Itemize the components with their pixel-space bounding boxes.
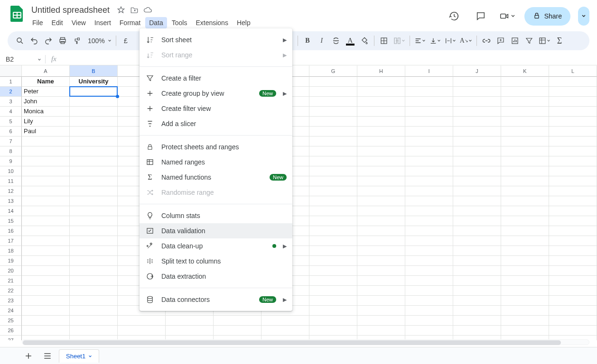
cell[interactable] <box>309 266 357 276</box>
cell[interactable] <box>70 107 118 117</box>
column-header[interactable]: K <box>501 65 549 77</box>
cell[interactable] <box>453 196 501 206</box>
cell[interactable] <box>309 236 357 246</box>
merge-button[interactable] <box>392 34 407 47</box>
cell[interactable] <box>357 87 405 97</box>
cell[interactable] <box>549 226 597 236</box>
cell[interactable] <box>405 136 453 146</box>
cell[interactable] <box>357 326 405 336</box>
cell[interactable]: Lily <box>22 117 70 127</box>
cell[interactable] <box>70 176 118 186</box>
cell[interactable] <box>70 196 118 206</box>
cell[interactable]: Monica <box>22 107 70 117</box>
cell[interactable] <box>405 276 453 286</box>
cell[interactable] <box>22 196 70 206</box>
cell[interactable] <box>309 256 357 266</box>
cell[interactable] <box>309 246 357 256</box>
cell[interactable] <box>357 316 405 326</box>
cell[interactable] <box>501 226 549 236</box>
row-header[interactable]: 25 <box>0 316 22 326</box>
cell[interactable] <box>549 136 597 146</box>
cell[interactable] <box>501 326 549 336</box>
cell[interactable] <box>357 186 405 196</box>
print-icon[interactable] <box>56 34 69 47</box>
cell[interactable] <box>405 306 453 316</box>
cell[interactable]: Name <box>22 77 70 87</box>
cell[interactable] <box>549 326 597 336</box>
cell[interactable] <box>70 186 118 196</box>
cell[interactable] <box>118 316 166 326</box>
cell[interactable] <box>405 176 453 186</box>
cell[interactable] <box>453 246 501 256</box>
cell[interactable] <box>261 316 309 326</box>
cell[interactable] <box>357 156 405 166</box>
table-view-button[interactable] <box>537 34 552 47</box>
cell[interactable] <box>501 186 549 196</box>
cell[interactable] <box>549 206 597 216</box>
menu-tools[interactable]: Tools <box>168 17 191 28</box>
cell[interactable] <box>70 276 118 286</box>
cell[interactable] <box>70 87 118 97</box>
share-button[interactable]: Share <box>524 7 570 26</box>
row-header[interactable]: 22 <box>0 286 22 296</box>
cell[interactable] <box>22 216 70 226</box>
cell[interactable] <box>453 256 501 266</box>
filter-button[interactable] <box>522 34 536 47</box>
cell[interactable] <box>405 246 453 256</box>
cell[interactable] <box>357 216 405 226</box>
cell[interactable] <box>309 196 357 206</box>
h-align-button[interactable] <box>413 34 427 47</box>
star-icon[interactable] <box>116 5 126 15</box>
cell[interactable] <box>549 166 597 176</box>
dd-data-cleanup[interactable]: Data clean-up ▶ <box>140 238 292 254</box>
cell[interactable] <box>309 306 357 316</box>
text-color-button[interactable]: A <box>344 34 357 47</box>
cell[interactable] <box>501 216 549 226</box>
select-all-corner[interactable] <box>0 65 22 77</box>
cell[interactable] <box>405 186 453 196</box>
cell[interactable] <box>549 97 597 107</box>
row-header[interactable]: 6 <box>0 127 22 136</box>
cell[interactable] <box>453 266 501 276</box>
cell[interactable] <box>405 196 453 206</box>
search-icon[interactable] <box>13 34 27 47</box>
cell[interactable] <box>405 146 453 156</box>
menu-extensions[interactable]: Extensions <box>192 17 232 28</box>
cell[interactable] <box>309 226 357 236</box>
cell[interactable] <box>453 176 501 186</box>
history-icon[interactable] <box>445 7 464 26</box>
cell[interactable] <box>357 306 405 316</box>
cell[interactable] <box>453 156 501 166</box>
name-box[interactable]: B2 <box>0 55 45 63</box>
cell[interactable] <box>357 226 405 236</box>
cell[interactable] <box>357 107 405 117</box>
cell[interactable] <box>453 206 501 216</box>
cell[interactable] <box>22 186 70 196</box>
cell[interactable] <box>309 286 357 296</box>
cell[interactable] <box>501 316 549 326</box>
cell[interactable] <box>405 117 453 127</box>
cell[interactable] <box>501 256 549 266</box>
cell[interactable] <box>549 146 597 156</box>
cell[interactable] <box>309 176 357 186</box>
cell[interactable] <box>309 156 357 166</box>
cell[interactable] <box>501 146 549 156</box>
cell[interactable] <box>70 286 118 296</box>
all-sheets-button[interactable] <box>40 348 55 364</box>
cell[interactable]: John <box>22 97 70 107</box>
cell[interactable] <box>70 216 118 226</box>
cell[interactable] <box>549 216 597 226</box>
cell[interactable] <box>453 306 501 316</box>
cell[interactable] <box>70 136 118 146</box>
cell[interactable]: Paul <box>22 127 70 136</box>
cloud-icon[interactable] <box>143 5 152 15</box>
cell[interactable] <box>22 246 70 256</box>
cell[interactable] <box>405 236 453 246</box>
sheet-tab[interactable]: Sheet1 <box>59 349 99 363</box>
cell[interactable] <box>357 246 405 256</box>
row-header[interactable]: 7 <box>0 136 22 146</box>
cell[interactable] <box>357 136 405 146</box>
cell[interactable] <box>453 326 501 336</box>
cell[interactable] <box>453 77 501 87</box>
cell[interactable] <box>118 326 166 336</box>
